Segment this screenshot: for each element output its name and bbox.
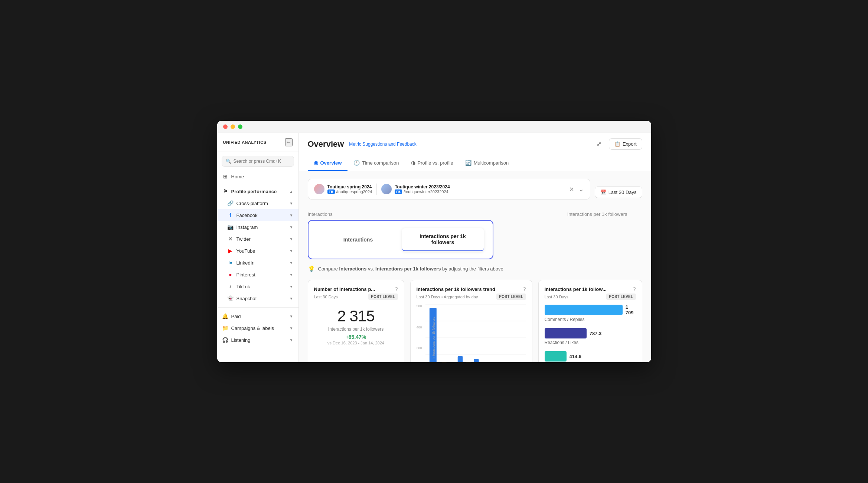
paid-icon: 🔔	[222, 313, 228, 319]
chevron-down-icon-tt: ▼	[290, 285, 293, 289]
tab-time-comparison[interactable]: 🕐 Time comparison	[347, 155, 405, 171]
trend-card-help[interactable]: ?	[523, 286, 526, 292]
breakdown-card-level: POST LEVEL	[606, 294, 636, 300]
chevron-down-icon-yt: ▼	[290, 249, 293, 253]
metric-popup: Interactions Interactions per 1k followe…	[308, 220, 493, 259]
profile-bar: Toutique spring 2024 FB /toutiquespring2…	[308, 179, 590, 200]
bar-row-comments: 1 709 Comments / Replies	[545, 304, 636, 322]
metric-tab-interactions-per-1k-label: Interactions per 1k followers	[420, 233, 466, 245]
tab-time-comparison-label: Time comparison	[362, 160, 399, 166]
search-icon: 🔍	[226, 159, 231, 164]
multicomparison-icon: 🔄	[465, 160, 471, 166]
nav-home[interactable]: ⊞ Home	[217, 171, 298, 182]
interactions-per-1k-header-label: Interactions per 1k followers	[567, 211, 627, 217]
profile-close-button[interactable]: ✕	[569, 186, 574, 193]
number-card: Number of Interactions p... ? Last 30 Da…	[308, 280, 404, 362]
number-card-change: +85.47%	[314, 334, 398, 340]
pinterest-icon: ●	[228, 272, 234, 278]
number-card-help[interactable]: ?	[395, 286, 398, 292]
linkedin-label: LinkedIn	[236, 260, 255, 266]
bar-value-comments: 1 709	[626, 304, 636, 315]
sidebar-item-snapchat[interactable]: 👻 Snapchat ▼	[217, 292, 298, 304]
avatar-spring	[314, 184, 324, 194]
profile-winter-handle: /toutiquewinter20232024	[404, 189, 448, 194]
profile-performance-label: Profile performance	[231, 189, 277, 194]
sidebar-item-instagram[interactable]: 📷 Instagram ▼	[217, 221, 298, 233]
breakdown-card-period: Last 30 Days	[545, 295, 568, 299]
sidebar-item-facebook[interactable]: f Facebook ▼	[217, 209, 298, 221]
maximize-button[interactable]	[238, 124, 242, 129]
tab-profile-vs-profile-label: Profile vs. profile	[418, 160, 453, 166]
tab-profile-vs-profile[interactable]: ◑ Profile vs. profile	[405, 155, 459, 171]
chevron-down-icon-list: ▼	[290, 338, 293, 342]
chevron-down-icon-fb: ▼	[290, 213, 293, 217]
sidebar-item-listening[interactable]: 🎧 Listening ▼	[217, 334, 298, 346]
sidebar-section-profile[interactable]: 🏳 Profile performance ▲	[217, 185, 298, 197]
bar-label-reactions: Reactions / Likes	[545, 340, 636, 345]
metric-tab-interactions[interactable]: Interactions	[317, 228, 399, 251]
profile-more-button[interactable]: ⌄	[578, 185, 584, 193]
paid-label: Paid	[231, 314, 241, 319]
chevron-up-icon: ▲	[290, 189, 293, 194]
main-content: Overview Metric Suggestions and Feedback…	[299, 133, 651, 362]
number-card-title: Number of Interactions p...	[314, 286, 375, 292]
y-label-500: 500	[417, 304, 422, 308]
metric-tab-interactions-label: Interactions	[343, 237, 373, 243]
date-range-label: Last 30 Days	[608, 189, 637, 195]
instagram-icon: 📷	[228, 224, 234, 230]
page-title: Overview	[308, 139, 344, 149]
search-box[interactable]: 🔍	[222, 156, 294, 167]
breakdown-bar-list: 1 709 Comments / Replies 787.3 Reac	[545, 304, 636, 362]
breakdown-card: Interactions per 1k follow... ? Last 30 …	[538, 280, 642, 362]
profile-spring-name: Toutique spring 2024	[327, 184, 372, 189]
campaigns-label: Campaigns & labels	[231, 325, 274, 331]
sidebar-item-tiktok[interactable]: ♪ TikTok ▼	[217, 281, 298, 292]
sidebar-item-twitter[interactable]: ✕ Twitter ▼	[217, 233, 298, 245]
chevron-down-icon-ig: ▼	[290, 225, 293, 229]
sidebar-collapse-button[interactable]: ←	[285, 138, 293, 146]
close-button[interactable]	[223, 124, 228, 129]
profile-spring: Toutique spring 2024 FB /toutiquespring2…	[314, 184, 372, 194]
tab-multicomparison-label: Multicomparison	[474, 160, 509, 166]
svg-rect-6	[441, 362, 447, 362]
sidebar-item-pinterest[interactable]: ● Pinterest ▼	[217, 269, 298, 281]
expand-button[interactable]: ⤢	[595, 139, 603, 149]
snapchat-icon: 👻	[228, 295, 234, 301]
bar-fill-reactions	[545, 328, 587, 338]
pinterest-label: Pinterest	[236, 272, 255, 278]
tiktok-icon: ♪	[228, 283, 234, 289]
svg-rect-8	[457, 356, 463, 362]
y-axis-label: Interactions per 1k followers	[432, 317, 435, 359]
feedback-link[interactable]: Metric Suggestions and Feedback	[349, 142, 416, 147]
sidebar-header: UNIFIED ANALYTICS ←	[217, 133, 298, 152]
export-button[interactable]: 📋 Export	[609, 138, 642, 150]
svg-rect-10	[474, 359, 479, 362]
trend-card: Interactions per 1k followers trend ? La…	[410, 280, 532, 362]
date-range-button[interactable]: 📅 Last 30 Days	[595, 187, 642, 198]
minimize-button[interactable]	[231, 124, 235, 129]
metric-tab-interactions-per-1k[interactable]: Interactions per 1k followers	[402, 228, 484, 251]
content-area: Toutique spring 2024 FB /toutiquespring2…	[299, 171, 651, 362]
sidebar-item-paid[interactable]: 🔔 Paid ▼	[217, 310, 298, 322]
sidebar-item-campaigns[interactable]: 📁 Campaigns & labels ▼	[217, 322, 298, 334]
number-card-label: Interactions per 1k followers	[314, 327, 398, 332]
sidebar-item-linkedin[interactable]: in LinkedIn ▼	[217, 257, 298, 269]
cross-platform-label: Cross-platform	[236, 201, 268, 206]
breakdown-card-help[interactable]: ?	[633, 286, 636, 292]
y-label-400: 400	[417, 325, 422, 329]
avatar-winter	[381, 184, 392, 194]
snapchat-label: Snapchat	[236, 296, 257, 301]
tiktok-label: TikTok	[236, 284, 250, 289]
profile-spring-handle: /toutiquespring2024	[336, 189, 372, 194]
sidebar-item-cross-platform[interactable]: 🔗 Cross-platform ▼	[217, 197, 298, 209]
tab-overview[interactable]: ◉ Overview	[308, 155, 348, 171]
tab-multicomparison[interactable]: 🔄 Multicomparison	[459, 155, 515, 171]
bar-fill-other	[545, 351, 567, 362]
cards-row: Number of Interactions p... ? Last 30 Da…	[308, 280, 642, 362]
nav-home-label: Home	[231, 174, 244, 179]
time-comparison-icon: 🕐	[353, 160, 360, 166]
sidebar-item-youtube[interactable]: ▶ YouTube ▼	[217, 245, 298, 257]
search-input[interactable]	[234, 159, 290, 164]
metric-popup-overlay: Interactions Interactions per 1k followe…	[308, 211, 642, 259]
listening-icon: 🎧	[222, 337, 228, 343]
